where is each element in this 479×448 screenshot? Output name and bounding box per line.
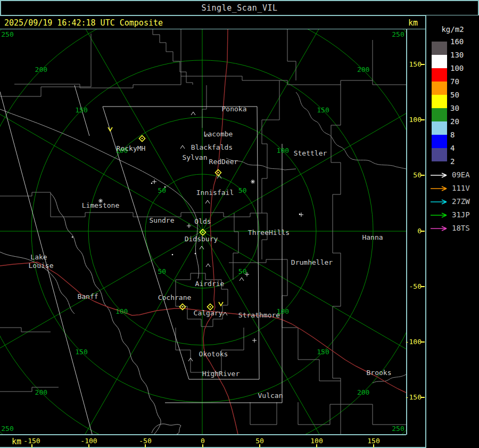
bottom-axis-tick [373, 444, 374, 447]
city-label: Stettler [294, 149, 327, 157]
track-legend-row: 111V [430, 184, 478, 192]
city-label: Brooks [367, 369, 392, 377]
caret-marker [191, 112, 195, 115]
right-axis-unit-label: km [397, 18, 418, 28]
right-axis-tick [420, 64, 425, 65]
track-arrow-icon [430, 185, 449, 192]
bottom-axis-tick [259, 444, 260, 447]
dot-marker [195, 253, 196, 255]
terrain-boundary [152, 424, 181, 434]
ring-distance-label: 150 [75, 106, 87, 114]
right-axis-tick [420, 286, 425, 287]
scale-swatch [432, 121, 447, 135]
radar-map[interactable]: 5050505010010010010015015015015020020020… [0, 29, 406, 434]
scan-sector-outline [165, 144, 282, 403]
ring-distance-label: 150 [75, 348, 87, 356]
city-label: HighRiver [202, 370, 240, 378]
scale-swatch [432, 42, 447, 55]
radial-line [202, 66, 406, 231]
plus-marker [152, 180, 156, 184]
track-legend-row: 27ZW [430, 198, 478, 205]
city-label: ThreeHills [248, 229, 290, 237]
track-id: 31JP [452, 210, 470, 219]
caret-marker [200, 246, 204, 249]
bottom-axis-tick-label: 150 [358, 437, 390, 445]
titlebar-divider [0, 15, 479, 16]
track-arrow-icon [430, 225, 449, 232]
right-axis-tick [420, 341, 425, 343]
city-label: Lake [30, 253, 47, 261]
right-axis-tick-label: 150 [400, 60, 422, 68]
track-legend-row: 31JP [430, 211, 478, 218]
city-label: Drumheller [291, 258, 333, 266]
scale-swatch [432, 148, 447, 161]
scale-swatch [432, 68, 447, 82]
track-arrow-icon [430, 211, 449, 219]
track-id: 09EA [452, 170, 470, 179]
ring-distance-label: 150 [317, 348, 329, 356]
scale-value: 8 [450, 131, 475, 139]
ring-distance-label: 250 [392, 30, 404, 38]
track-arrow-icon [430, 198, 449, 206]
scale-value: 20 [450, 117, 475, 126]
county-boundary [233, 213, 238, 280]
ring-distance-label: 50 [158, 186, 167, 194]
track-legend-row: 09EA [430, 171, 478, 178]
bottom-distance-axis: -150-100-50050100150 [0, 434, 426, 448]
radial-line [37, 231, 202, 434]
radar-map-canvas[interactable]: 5050505010010010010015015015015020020020… [0, 29, 406, 434]
city-label: Didsbury [185, 235, 218, 243]
right-axis-tick-label: 100 [400, 116, 422, 124]
storm-cell-marker [139, 136, 145, 142]
ring-distance-label: 250 [1, 425, 13, 433]
river [296, 92, 406, 169]
terrain-boundary [0, 109, 199, 279]
county-boundary [229, 259, 341, 381]
scale-value: 4 [450, 144, 475, 152]
right-axis-tick-label: -50 [400, 282, 422, 290]
city-label: Olds [194, 217, 211, 225]
ring-distance-label: 100 [277, 146, 289, 154]
county-boundary [0, 328, 59, 392]
city-label: Strathmore [238, 311, 280, 319]
ring-distance-label: 50 [158, 267, 167, 275]
scan-timestamp: 2025/09/19 16:42:18 UTC Composite [4, 18, 163, 28]
scale-value: 160 [450, 37, 475, 46]
scale-unit-label: kg/m2 [426, 25, 479, 34]
asterisk-marker [251, 180, 255, 184]
county-boundary [0, 34, 91, 96]
county-boundary [14, 76, 406, 88]
track-id: 18TS [452, 224, 470, 232]
scale-swatch [432, 135, 447, 148]
right-axis-tick-label: 0 [400, 227, 422, 235]
county-boundary [0, 192, 51, 196]
storm-cell-marker [216, 170, 221, 176]
right-distance-axis: 150100500-50-100-150 [406, 29, 426, 434]
right-axis-tick [420, 397, 425, 398]
dot-marker [299, 214, 301, 215]
county-boundary [51, 196, 202, 217]
radial-line [202, 231, 367, 434]
right-axis-tick [420, 119, 425, 120]
radar-viewer-window: Single_Scan_VIL 2025/09/19 16:42:18 UTC … [0, 0, 479, 448]
right-axis-tick-label: -100 [400, 338, 422, 346]
city-label: Blackfalds [191, 143, 233, 151]
bottom-axis-tick-label: -100 [73, 437, 105, 445]
city-label: Lacombe [204, 130, 233, 138]
bottom-axis-tick [31, 444, 32, 447]
city-label: Okotoks [199, 350, 228, 358]
asterisk-marker [98, 199, 103, 203]
plus-marker [252, 338, 257, 343]
legend-panel: kg/m2 16013010070503020842 09EA111V27ZW3… [426, 15, 479, 448]
city-label: Innisfail [196, 189, 234, 197]
scale-swatch [432, 108, 447, 121]
ring-distance-label: 50 [238, 186, 247, 194]
ring-distance-label: 50 [238, 267, 247, 275]
ring-distance-label: 200 [357, 66, 369, 74]
ring-distance-label: 250 [1, 30, 13, 38]
dot-marker [72, 237, 73, 238]
scale-value: 70 [450, 77, 475, 86]
track-id: 111V [452, 184, 470, 192]
city-label: Cochrane [158, 294, 192, 302]
dot-marker [172, 254, 174, 256]
